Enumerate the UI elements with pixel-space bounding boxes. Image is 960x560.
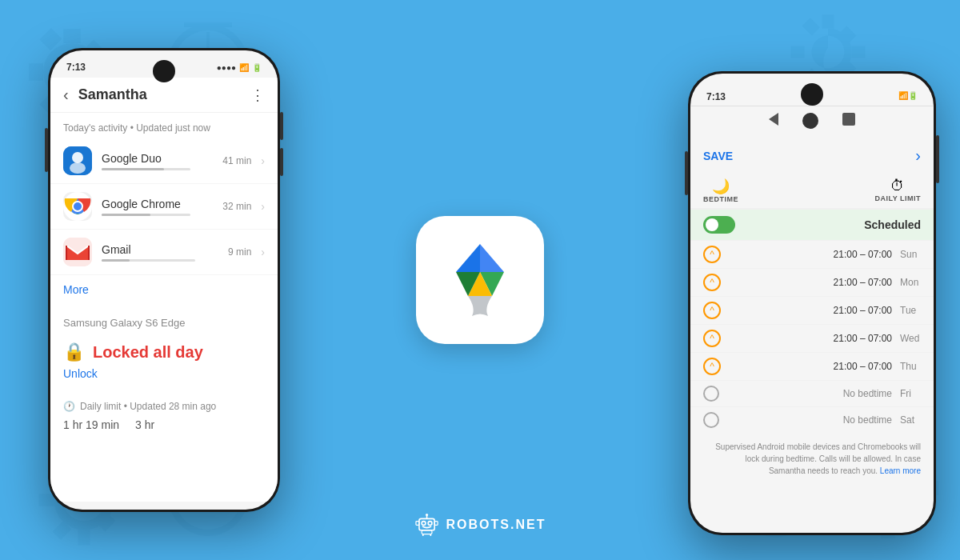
duo-app-info: Google Duo (102, 152, 213, 170)
right-power-button[interactable] (685, 151, 688, 195)
mon-label: Mon (900, 277, 921, 288)
chrome-app-info: Google Chrome (102, 198, 213, 216)
lock-icon: 🔒 (63, 342, 85, 362)
more-link[interactable]: More (50, 275, 278, 304)
save-row: SAVE › (690, 138, 934, 173)
right-phone: 7:13 📶🔋 SAVE › 🌙 B (688, 71, 936, 535)
daily-limit-tab-label: DAILY LIMIT (874, 194, 921, 202)
home-nav-icon[interactable] (802, 113, 818, 129)
tue-label: Tue (900, 305, 921, 316)
day-row-fri: No bedtime Fri (690, 380, 934, 406)
svg-rect-14 (434, 522, 438, 526)
tabs-row: 🌙 BEDTIME ⏱ DAILY LIMIT (690, 173, 934, 210)
mon-time: 21:00 – 07:00 (729, 277, 892, 288)
thu-chevron-icon[interactable]: ^ (703, 358, 721, 375)
thu-label: Thu (900, 361, 921, 372)
duo-time: 41 min (222, 155, 251, 166)
volume-down-button[interactable] (280, 148, 283, 176)
sat-radio-icon[interactable] (703, 412, 719, 428)
tue-time: 21:00 – 07:00 (729, 305, 892, 316)
signal-icon: ●●●● (217, 63, 236, 72)
duo-icon-svg (63, 146, 92, 175)
day-row-wed: ^ 21:00 – 07:00 Wed (690, 324, 934, 352)
more-menu-button[interactable]: ⋮ (250, 86, 265, 104)
unlock-link[interactable]: Unlock (63, 362, 265, 385)
tue-chevron-icon[interactable]: ^ (703, 302, 721, 319)
mon-chevron-icon[interactable]: ^ (703, 274, 721, 291)
locked-row: 🔒 Locked all day (63, 342, 265, 362)
right-nav-bar (690, 106, 934, 135)
day-row-tue: ^ 21:00 – 07:00 Tue (690, 296, 934, 324)
thu-time: 21:00 – 07:00 (729, 361, 892, 372)
duo-app-icon (63, 146, 92, 175)
power-button[interactable] (45, 128, 48, 172)
center-app-icon-container (416, 216, 544, 344)
time-row: 1 hr 19 min 3 hr (50, 415, 278, 434)
daily-limit-clock-icon: 🕐 (63, 401, 75, 412)
info-text: Supervised Android mobile devices and Ch… (690, 433, 934, 533)
family-link-app-icon (416, 216, 544, 344)
bedtime-tab[interactable]: 🌙 BEDTIME (703, 178, 738, 203)
sun-chevron-icon[interactable]: ^ (703, 246, 721, 263)
left-phone-screen: 7:13 ●●●● 📶 🔋 ‹ Samantha ⋮ Today's activ… (50, 50, 278, 510)
device-section-label: Samsung Galaxy S6 Edge (50, 304, 278, 335)
save-button[interactable]: SAVE (703, 150, 733, 162)
daily-limit-text: Daily limit • Updated 28 min ago (80, 401, 216, 412)
wed-chevron-icon[interactable]: ^ (703, 330, 721, 347)
locked-text: Locked all day (93, 343, 203, 362)
scheduled-toggle[interactable] (703, 216, 735, 234)
app-row-duo: Google Duo 41 min › (50, 138, 278, 184)
app-row-chrome: Google Chrome 32 min › (50, 184, 278, 230)
phone-notch (153, 60, 175, 82)
svg-point-12 (426, 514, 428, 516)
battery-icon: 🔋 (252, 63, 262, 72)
svg-point-9 (422, 522, 426, 526)
gmail-time: 9 min (228, 246, 251, 258)
gmail-chevron-icon: › (261, 246, 265, 258)
right-status-icons: 📶🔋 (898, 91, 918, 102)
svg-point-1 (72, 152, 83, 163)
chrome-chevron-icon: › (261, 200, 265, 213)
left-phone-frame: 7:13 ●●●● 📶 🔋 ‹ Samantha ⋮ Today's activ… (48, 48, 280, 512)
chrome-app-icon (63, 192, 92, 221)
scheduled-toggle-row: Scheduled (690, 210, 934, 240)
volume-up-button[interactable] (280, 112, 283, 140)
duo-chevron-icon: › (261, 154, 265, 167)
recents-nav-icon[interactable] (842, 113, 855, 126)
duo-bar (102, 168, 190, 170)
activity-label: Today's activity • Updated just now (50, 113, 278, 138)
app-header: ‹ Samantha ⋮ (50, 78, 278, 113)
time-entry-1: 1 hr 19 min (63, 418, 119, 431)
back-button[interactable]: ‹ (63, 86, 69, 104)
svg-point-6 (74, 202, 82, 210)
left-phone: 7:13 ●●●● 📶 🔋 ‹ Samantha ⋮ Today's activ… (48, 48, 280, 512)
right-status-time: 7:13 (706, 91, 726, 102)
svg-point-2 (70, 162, 86, 174)
day-row-mon: ^ 21:00 – 07:00 Mon (690, 268, 934, 296)
daily-limit-tab[interactable]: ⏱ DAILY LIMIT (874, 178, 921, 203)
time-entry-2: 3 hr (135, 418, 154, 431)
learn-more-link[interactable]: Learn more (880, 466, 921, 475)
chrome-bar (102, 214, 190, 216)
duo-app-name: Google Duo (102, 152, 213, 165)
sun-label: Sun (900, 249, 921, 260)
right-vol-button[interactable] (936, 135, 939, 183)
sun-time: 21:00 – 07:00 (729, 249, 892, 260)
svg-point-10 (428, 522, 432, 526)
fri-radio-icon[interactable] (703, 386, 719, 402)
gmail-app-name: Gmail (102, 243, 218, 256)
daily-limit-tab-icon: ⏱ (874, 178, 921, 194)
gmail-icon-svg (63, 238, 92, 266)
fri-time: No bedtime (727, 388, 892, 399)
right-phone-screen: 7:13 📶🔋 SAVE › 🌙 B (690, 74, 934, 533)
duo-bar-fill (102, 168, 164, 170)
profile-name: Samantha (78, 86, 241, 103)
chrome-time: 32 min (222, 201, 251, 212)
gmail-bar-fill (102, 259, 130, 262)
gmail-app-info: Gmail (102, 243, 218, 262)
wifi-icon: 📶 (239, 63, 249, 72)
back-nav-icon[interactable] (769, 113, 778, 126)
right-phone-notch (801, 83, 823, 106)
daily-limit-row: 🕐 Daily limit • Updated 28 min ago (50, 391, 278, 415)
scheduled-label: Scheduled (735, 218, 921, 231)
